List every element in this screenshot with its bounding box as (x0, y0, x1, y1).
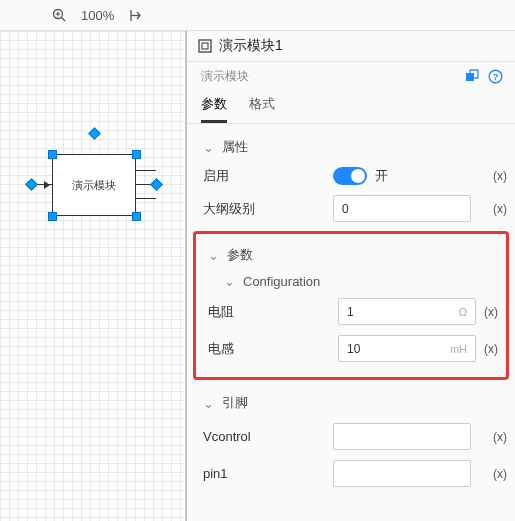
chevron-down-icon: ⌄ (208, 248, 219, 263)
help-icon[interactable]: ? (488, 69, 503, 84)
tabs: 参数 格式 (187, 89, 515, 124)
params-highlight-box: ⌄ 参数 ⌄ Configuration 电阻 1 Ω (x) (193, 231, 509, 380)
enable-state: 开 (375, 167, 388, 185)
resize-handle-tl[interactable] (48, 150, 57, 159)
configuration-label: Configuration (243, 274, 320, 289)
inductance-unit: mH (450, 343, 467, 355)
svg-rect-7 (202, 43, 208, 49)
enable-toggle[interactable] (333, 167, 367, 185)
outline-label: 大纲级别 (203, 200, 333, 218)
resistance-label: 电阻 (208, 303, 338, 321)
pin-output-1 (136, 170, 156, 171)
pin1-input[interactable] (333, 460, 471, 487)
pin1-x[interactable]: (x) (493, 467, 507, 481)
tab-format[interactable]: 格式 (249, 95, 275, 123)
inductance-x[interactable]: (x) (484, 342, 498, 356)
module-icon (197, 38, 213, 54)
resize-handle-br[interactable] (132, 212, 141, 221)
resize-handle-tr[interactable] (132, 150, 141, 159)
subsection-configuration[interactable]: ⌄ Configuration (196, 270, 506, 293)
detach-icon[interactable] (465, 69, 480, 84)
resize-handle-ml[interactable] (25, 178, 38, 191)
panel-title: 演示模块1 (219, 37, 283, 55)
enable-label: 启用 (203, 167, 333, 185)
section-params[interactable]: ⌄ 参数 (196, 238, 506, 270)
resize-handle-tm[interactable] (88, 127, 101, 140)
module-block[interactable]: 演示模块 (32, 144, 156, 226)
zoom-in-icon[interactable] (52, 8, 67, 23)
exit-icon[interactable] (128, 8, 143, 23)
svg-rect-6 (199, 40, 211, 52)
panel-header: 演示模块1 (187, 31, 515, 62)
enable-x[interactable]: (x) (493, 169, 507, 183)
module-label: 演示模块 (72, 178, 116, 193)
properties-panel: 演示模块1 演示模块 ? 参数 格式 ⌄ 属性 启用 (186, 31, 515, 521)
inductance-label: 电感 (208, 340, 338, 358)
inductance-value: 10 (347, 342, 360, 356)
outline-input[interactable]: 0 (333, 195, 471, 222)
resize-handle-mr[interactable] (150, 178, 163, 191)
pin-output-3 (136, 198, 156, 199)
tab-params[interactable]: 参数 (201, 95, 227, 123)
resistance-unit: Ω (459, 306, 467, 318)
outline-value: 0 (342, 202, 349, 216)
chevron-down-icon: ⌄ (224, 274, 235, 289)
resize-handle-bl[interactable] (48, 212, 57, 221)
vcontrol-label: Vcontrol (203, 429, 333, 444)
section-attributes[interactable]: ⌄ 属性 (187, 130, 515, 162)
section-params-label: 参数 (227, 246, 253, 264)
section-attributes-label: 属性 (222, 138, 248, 156)
pin1-label: pin1 (203, 466, 333, 481)
canvas-area[interactable]: 演示模块 (0, 31, 186, 521)
resistance-x[interactable]: (x) (484, 305, 498, 319)
svg-line-1 (62, 17, 66, 21)
chevron-down-icon: ⌄ (203, 140, 214, 155)
vcontrol-input[interactable] (333, 423, 471, 450)
inductance-input[interactable]: 10 mH (338, 335, 476, 362)
zoom-level[interactable]: 100% (81, 8, 114, 23)
outline-x[interactable]: (x) (493, 202, 507, 216)
resistance-value: 1 (347, 305, 354, 319)
svg-text:?: ? (493, 72, 499, 82)
section-pins[interactable]: ⌄ 引脚 (187, 386, 515, 418)
section-pins-label: 引脚 (222, 394, 248, 412)
module-rect[interactable]: 演示模块 (52, 154, 136, 216)
top-toolbar: 100% (0, 0, 515, 31)
chevron-down-icon: ⌄ (203, 396, 214, 411)
panel-subtitle: 演示模块 (201, 68, 249, 85)
resistance-input[interactable]: 1 Ω (338, 298, 476, 325)
vcontrol-x[interactable]: (x) (493, 430, 507, 444)
